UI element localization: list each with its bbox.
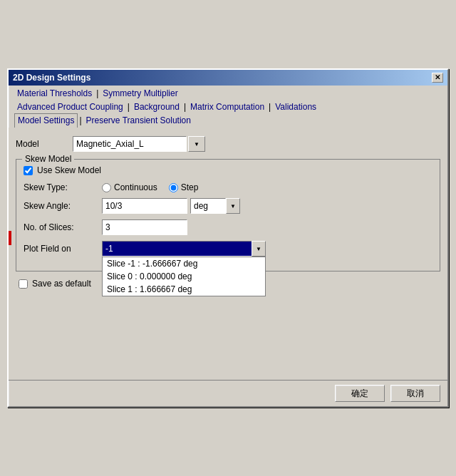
tab-row-2: Advanced Product Coupling | Background |… — [14, 100, 442, 114]
window-title: 2D Design Settings — [13, 73, 90, 83]
skew-model-title: Skew Model — [22, 154, 74, 164]
skew-angle-label: Skew Angle: — [24, 201, 102, 211]
save-default-checkbox[interactable] — [19, 279, 28, 289]
continuous-label: Continuous — [114, 182, 157, 192]
unit-dropdown: ▼ — [187, 198, 240, 214]
dropdown-item-1[interactable]: Slice 0 : 0.000000 deg — [103, 270, 265, 283]
tab-sep-3: | — [182, 101, 187, 113]
tab-area: Material Thresholds | Symmetry Multiplie… — [9, 86, 447, 128]
save-default-label: Save as default — [32, 279, 91, 289]
tab-sep-1: | — [95, 88, 100, 100]
unit-input[interactable] — [190, 198, 226, 214]
skew-type-label: Skew Type: — [24, 182, 102, 192]
unit-dropdown-button[interactable]: ▼ — [226, 198, 240, 214]
step-radio[interactable] — [169, 183, 178, 192]
use-skew-checkbox[interactable] — [24, 166, 33, 175]
model-label: Model — [16, 139, 73, 149]
tab-preserve-transient-solution[interactable]: Preserve Transient Solution — [83, 114, 194, 128]
tab-matrix-computation[interactable]: Matrix Computation — [187, 100, 267, 114]
use-skew-label: Use Skew Model — [37, 165, 101, 175]
skew-angle-row: Skew Angle: ▼ — [24, 198, 432, 214]
step-label: Step — [181, 182, 199, 192]
plot-field-dropdown-list: Slice -1 : -1.666667 deg Slice 0 : 0.000… — [102, 257, 266, 296]
radio-continuous: Continuous — [102, 182, 157, 192]
red-side-indicator — [9, 231, 11, 245]
model-input[interactable] — [73, 136, 187, 152]
skew-type-row: Skew Type: Continuous Step — [24, 182, 432, 192]
tab-validations[interactable]: Validations — [272, 100, 319, 114]
plot-field-container: ▼ Slice -1 : -1.666667 deg Slice 0 : 0.0… — [102, 241, 266, 257]
tab-symmetry-multiplier[interactable]: Symmetry Multiplier — [100, 87, 180, 100]
tab-material-thresholds[interactable]: Material Thresholds — [14, 87, 95, 100]
continuous-radio[interactable] — [102, 183, 111, 192]
radio-step: Step — [169, 182, 199, 192]
tab-model-settings[interactable]: Model Settings — [14, 113, 78, 128]
ok-button[interactable]: 确定 — [335, 385, 385, 402]
tab-sep-4: | — [267, 101, 272, 113]
plot-field-label: Plot Field on — [24, 244, 102, 254]
model-dropdown-button[interactable]: ▼ — [188, 136, 205, 152]
skew-model-group: Skew Model Use Skew Model Skew Type: Con… — [16, 159, 440, 271]
model-row: Model ▼ — [16, 136, 440, 152]
tab-row-1: Material Thresholds | Symmetry Multiplie… — [14, 87, 442, 100]
slices-input[interactable] — [102, 219, 187, 235]
close-button[interactable]: ✕ — [432, 73, 443, 83]
skew-angle-input[interactable] — [102, 198, 187, 214]
bottom-spacer — [9, 294, 447, 380]
dropdown-item-2[interactable]: Slice 1 : 1.666667 deg — [103, 283, 265, 296]
use-skew-model-row: Use Skew Model — [24, 165, 432, 175]
tab-advanced-product-coupling[interactable]: Advanced Product Coupling — [14, 100, 126, 114]
button-row: 确定 取消 — [9, 380, 447, 406]
title-bar: 2D Design Settings ✕ — [9, 70, 447, 86]
slices-row: No. of Slices: — [24, 219, 432, 235]
plot-field-input[interactable] — [102, 241, 266, 257]
slices-label: No. of Slices: — [24, 222, 102, 232]
tab-sep-5: | — [78, 115, 83, 127]
tab-background[interactable]: Background — [131, 100, 182, 114]
skew-type-radio-group: Continuous Step — [102, 182, 198, 192]
tab-sep-2: | — [126, 101, 131, 113]
tab-row-3: Model Settings | Preserve Transient Solu… — [14, 113, 442, 128]
cancel-button[interactable]: 取消 — [390, 385, 440, 402]
plot-field-row: Plot Field on ▼ Slice -1 : -1.666667 deg… — [24, 241, 432, 257]
plot-field-dropdown-button[interactable]: ▼ — [252, 241, 266, 257]
main-window: 2D Design Settings ✕ Material Thresholds… — [7, 68, 449, 408]
dropdown-item-0[interactable]: Slice -1 : -1.666667 deg — [103, 257, 265, 270]
content-area: Model ▼ Skew Model Use Skew Model Skew T… — [9, 128, 447, 294]
